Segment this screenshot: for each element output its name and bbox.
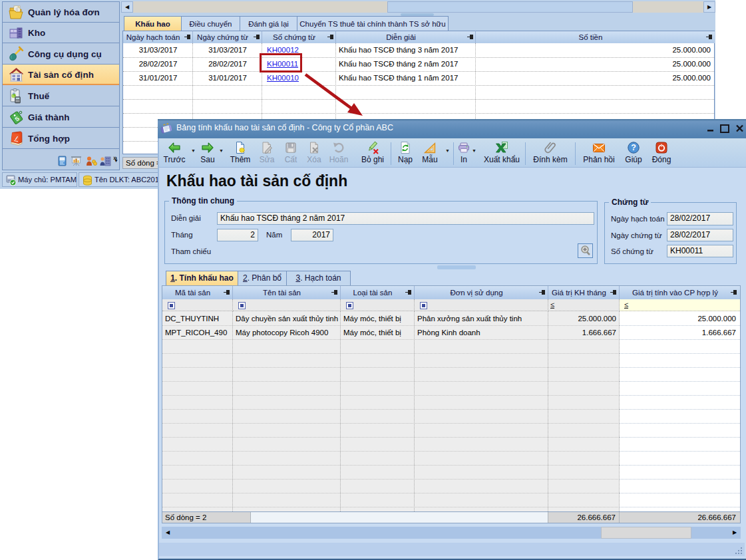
svg-text:?: ? <box>631 143 636 152</box>
